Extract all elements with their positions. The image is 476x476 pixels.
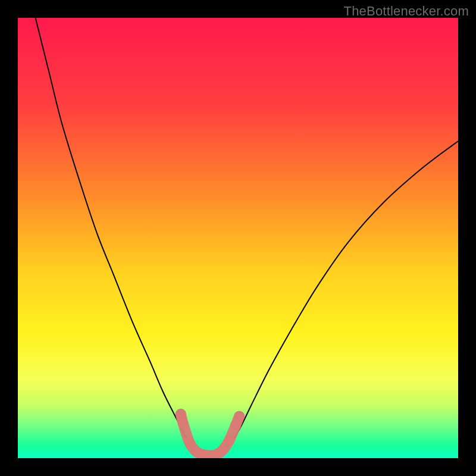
chart-frame: TheBottlenecker.com [0,0,476,476]
watermark-text: TheBottlenecker.com [344,4,469,19]
marker-dot [234,411,245,422]
gradient-background [18,18,458,458]
plot-area [18,18,458,458]
chart-svg [18,18,458,458]
